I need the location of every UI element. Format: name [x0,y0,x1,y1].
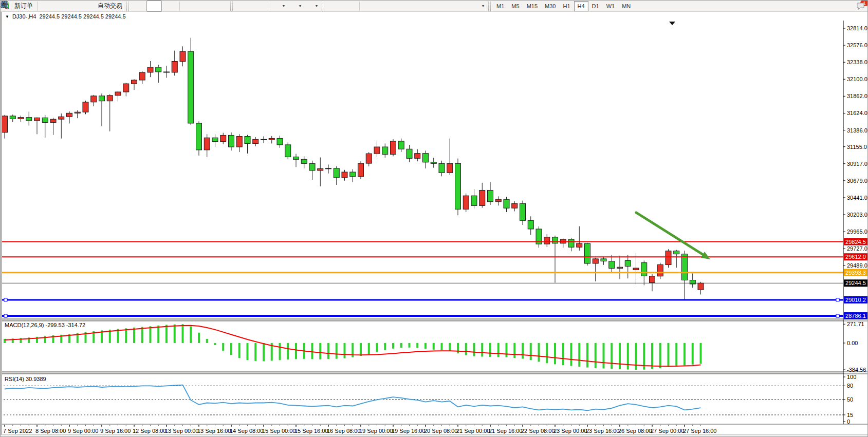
clock-icon [289,2,297,10]
gold-box-icon [43,2,51,10]
autotrading-button[interactable]: 自动交易 [86,1,124,12]
toolbar-separator [37,2,38,11]
candle-body [374,147,380,154]
candle-body [220,135,226,141]
timeframe-h1[interactable]: H1 [559,1,574,11]
price-axis-label: 31862.0 [847,93,867,99]
rsi-line [5,385,701,411]
price-axis-label: 30203.0 [847,212,867,218]
status-strip [1,434,868,437]
time-axis-label: 19 Sep 00:00 [359,428,393,434]
time-axis-label: 9 Sep 00:00 [68,428,98,434]
market-depth-button[interactable] [40,1,55,12]
candle-body [301,159,307,163]
candle-body [75,112,80,113]
time-axis-label: 19 Sep 16:00 [392,428,425,434]
profile-person-icon [59,2,67,10]
time-axis-label: 9 Sep 16:00 [100,428,131,434]
equidistant-channel-button[interactable]: E [408,1,423,12]
signal-broadcast-icon [74,2,82,10]
cursor-button[interactable] [326,1,342,12]
candle-body [10,116,15,119]
horizontal-line-icon [381,2,389,10]
candle-body [504,199,509,208]
zoom-in-button[interactable] [182,1,197,12]
candle-body [479,190,485,205]
time-axis-label: 15 Sep 16:00 [294,428,328,434]
auto-scroll-button[interactable] [235,1,250,12]
candle-body [625,260,631,266]
mt4-window: 新订单 自动交易 [0,0,868,437]
time-axis-label: 13 Sep 16:00 [197,428,231,434]
horizontal-line-button[interactable] [377,1,393,12]
price-axis-label: 31155.0 [847,144,867,150]
arrows-button[interactable]: ▾ [470,1,486,12]
candle-body [495,199,501,202]
timeframe-m5[interactable]: M5 [508,1,523,11]
timeframe-m15[interactable]: M15 [523,1,541,11]
signals-button[interactable] [70,1,86,12]
candle-body [415,154,420,159]
price-badge-label: 29612.0 [845,254,866,260]
candle-body [253,139,258,143]
rsi-pane-label: RSI(14) 30.9389 [5,376,46,382]
candle-body [59,117,64,119]
vertical-line-button[interactable] [362,1,377,12]
macd-axis-label: 0.00 [847,340,858,346]
candle-body [188,51,194,123]
candle-body [391,141,396,155]
tile-windows-button[interactable] [213,1,228,12]
timeframe-m30[interactable]: M30 [541,1,559,11]
candle-body [455,163,461,209]
periods-button[interactable]: ▾ [287,1,303,12]
bar-chart-button[interactable] [131,1,146,12]
timeframe-m1[interactable]: M1 [493,1,508,11]
timeframe-d1[interactable]: D1 [588,1,603,11]
timeframe-h4[interactable]: H4 [574,1,588,11]
line-chart-button[interactable] [162,1,177,12]
candle-body [552,237,558,243]
candle-body [180,51,186,61]
time-axis-label: 8 Sep 08:00 [35,428,66,434]
level-line-handle [836,314,839,317]
fibonacci-button[interactable]: F [423,1,439,12]
add-indicator-button[interactable]: ▾ [270,1,287,12]
chart-menu-triangle-icon[interactable]: ▼ [5,14,9,19]
add-indicator-icon [272,2,281,10]
crosshair-button[interactable] [342,1,357,12]
candle-body [512,203,518,208]
candle-body [164,72,170,72]
trendline-button[interactable] [393,1,408,12]
timeframe-w1[interactable]: W1 [603,1,619,11]
text-label-button[interactable]: T [454,1,470,12]
candle-body [633,268,639,270]
zoom-out-button[interactable] [197,1,213,12]
dropdown-caret: ▾ [299,4,301,8]
price-axis-label: 31624.0 [847,110,867,116]
chart-canvas[interactable]: 32814.032576.032338.032100.031862.031624… [1,1,868,437]
candle-body [463,196,469,209]
candle-body [382,147,388,154]
candle-body [674,251,679,254]
chart-shift-button[interactable] [250,1,266,12]
text-button[interactable]: A [439,1,454,12]
zoom-out-icon [201,2,209,10]
templates-button[interactable]: ▾ [303,1,320,12]
notifications-button[interactable]: 1 [856,2,865,10]
price-badge-label: 29393.3 [845,270,866,276]
time-axis-label: 15 Sep 00:00 [262,428,296,434]
toolbar-right-group: 1 [844,2,865,10]
candle-body [309,163,315,170]
time-axis-label: 23 Sep 16:00 [586,428,619,434]
candlestick-chart-button[interactable] [146,1,162,12]
timeframe-mn[interactable]: MN [618,1,634,11]
profile-button[interactable] [55,1,70,12]
candle-body [147,67,153,72]
search-icon[interactable] [844,2,852,10]
candle-body [212,138,218,141]
candle-body [293,157,299,160]
fibonacci-icon: F [427,2,435,10]
time-axis-label: 12 Sep 08:00 [133,428,166,434]
new-order-label: 新订单 [14,2,33,10]
time-axis-label: 14 Sep 08:00 [230,428,263,434]
